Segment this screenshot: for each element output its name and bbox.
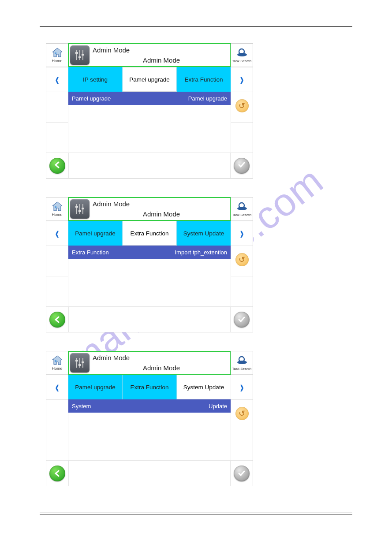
chevron-left-icon: ‹ — [55, 69, 59, 90]
home-label: Home — [52, 59, 62, 63]
home-icon — [51, 201, 63, 212]
tab-label: Pamel upgrade — [75, 384, 116, 391]
task-search-button[interactable]: Task Search — [231, 44, 253, 67]
section-right: Update — [209, 403, 227, 410]
refresh-button[interactable]: ↺ — [231, 246, 253, 276]
svg-rect-14 — [79, 204, 80, 214]
section-right: Pamel upgrade — [188, 95, 227, 102]
sliders-icon[interactable] — [70, 353, 90, 372]
confirm-button[interactable] — [231, 461, 253, 486]
tab-pamel-upgrade[interactable]: Pamel upgrade — [123, 67, 177, 92]
home-icon — [51, 47, 63, 58]
chevron-right-icon: › — [240, 223, 244, 244]
section-right: Import tph_extention — [175, 249, 227, 256]
svg-rect-12 — [55, 206, 56, 208]
task-search-label: Task Search — [232, 59, 251, 63]
refresh-icon: ↺ — [239, 255, 245, 264]
svg-rect-13 — [76, 204, 77, 214]
tab-extra-function[interactable]: Extra Function — [123, 221, 177, 246]
task-search-button[interactable]: Task Search — [231, 197, 253, 220]
page-top-rule — [40, 26, 352, 28]
svg-rect-29 — [82, 361, 84, 363]
side-cell — [46, 92, 68, 123]
tab-label: System Update — [183, 230, 224, 237]
tab-system-update[interactable]: System Update — [177, 375, 231, 399]
tab-system-update[interactable]: System Update — [177, 221, 231, 246]
svg-rect-6 — [78, 56, 81, 58]
tab-prev-button[interactable]: ‹ — [46, 67, 68, 92]
mode-header: Admin Mode Admin Mode — [68, 43, 231, 67]
svg-rect-18 — [82, 208, 84, 209]
device-screenshot: Home Admin Mode Admin Mode Task Search — [46, 43, 253, 179]
tab-prev-button[interactable]: ‹ — [46, 375, 68, 399]
sliders-icon[interactable] — [70, 45, 90, 65]
back-button[interactable] — [46, 461, 68, 486]
svg-rect-25 — [79, 358, 80, 368]
header-subtitle: Admin Mode — [93, 210, 230, 218]
refresh-button[interactable]: ↺ — [231, 92, 253, 123]
tab-next-button[interactable]: › — [231, 67, 253, 92]
refresh-icon: ↺ — [239, 409, 245, 418]
section-left: System — [72, 403, 91, 410]
home-label: Home — [52, 212, 62, 217]
tab-label: Pamel upgrade — [75, 230, 116, 237]
task-search-button[interactable]: Task Search — [231, 351, 253, 374]
chevron-left-icon: ‹ — [55, 223, 59, 244]
content-area — [68, 105, 231, 153]
sliders-icon[interactable] — [70, 199, 90, 219]
device-screenshot: Home Admin Mode Admin Mode Task Search — [46, 351, 253, 486]
mode-header: Admin Mode Admin Mode — [68, 351, 231, 375]
section-header: System Update — [68, 399, 231, 413]
home-button[interactable]: Home — [46, 197, 68, 220]
tab-label: System Update — [183, 384, 224, 391]
content-area — [68, 413, 231, 460]
header-title: Admin Mode — [93, 200, 230, 208]
arrow-left-icon — [53, 161, 61, 171]
chevron-right-icon: › — [240, 69, 244, 90]
tab-pamel-upgrade[interactable]: Pamel upgrade — [68, 221, 123, 246]
tab-next-button[interactable]: › — [231, 221, 253, 246]
confirm-button[interactable] — [231, 153, 253, 178]
svg-rect-7 — [82, 54, 84, 56]
home-button[interactable]: Home — [46, 351, 68, 374]
svg-rect-17 — [78, 210, 81, 212]
svg-rect-28 — [78, 364, 81, 366]
header-subtitle: Admin Mode — [93, 364, 230, 372]
section-left: Pamel upgrade — [72, 95, 111, 102]
device-screenshot: Home Admin Mode Admin Mode Task Search — [46, 197, 253, 332]
tab-next-button[interactable]: › — [231, 375, 253, 399]
svg-rect-2 — [76, 50, 77, 60]
home-icon — [51, 355, 63, 365]
confirm-button[interactable] — [231, 307, 253, 332]
section-header: Pamel upgrade Pamel upgrade — [68, 92, 231, 105]
back-button[interactable] — [46, 153, 68, 178]
refresh-button[interactable]: ↺ — [231, 400, 253, 430]
svg-rect-5 — [75, 52, 78, 54]
tab-label: Extra Function — [184, 76, 223, 83]
tab-label: IP setting — [83, 76, 108, 83]
search-icon — [236, 47, 248, 59]
section-left: Extra Function — [72, 249, 109, 256]
tab-ip-setting[interactable]: IP setting — [68, 67, 123, 92]
tab-extra-function[interactable]: Extra Function — [123, 375, 177, 399]
svg-rect-16 — [75, 206, 78, 208]
search-icon — [236, 201, 248, 212]
content-area — [68, 259, 231, 306]
tab-pamel-upgrade[interactable]: Pamel upgrade — [68, 375, 123, 399]
tab-label: Pamel upgrade — [129, 76, 170, 83]
home-button[interactable]: Home — [46, 44, 68, 67]
back-button[interactable] — [46, 307, 68, 332]
tab-label: Extra Function — [130, 384, 168, 391]
refresh-icon: ↺ — [239, 101, 245, 111]
search-icon — [236, 355, 248, 366]
chevron-left-icon: ‹ — [55, 377, 59, 398]
tab-extra-function[interactable]: Extra Function — [177, 67, 231, 92]
header-title: Admin Mode — [93, 46, 230, 54]
section-header: Extra Function Import tph_extention — [68, 246, 231, 259]
svg-rect-3 — [79, 50, 80, 60]
tab-label: Extra Function — [130, 230, 168, 237]
task-search-label: Task Search — [232, 213, 251, 217]
tab-prev-button[interactable]: ‹ — [46, 221, 68, 246]
header-subtitle: Admin Mode — [93, 56, 230, 64]
svg-marker-22 — [52, 356, 62, 365]
